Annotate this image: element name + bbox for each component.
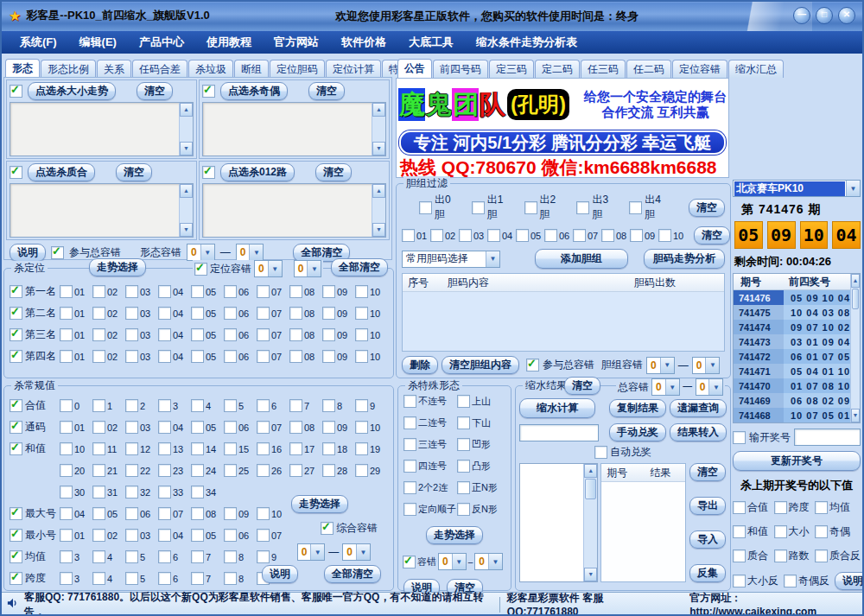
number-checkbox[interactable]	[224, 507, 237, 520]
number-checkbox[interactable]	[92, 486, 105, 499]
row-enable-checkbox[interactable]	[10, 421, 22, 434]
number-checkbox[interactable]	[125, 328, 138, 341]
number-checkbox[interactable]	[191, 572, 204, 585]
shape-tol-from-select[interactable]: 0▼	[187, 244, 215, 261]
side-button[interactable]: 导出	[689, 497, 726, 515]
number-checkbox[interactable]	[289, 464, 302, 477]
special-checkbox[interactable]	[457, 438, 470, 451]
history-row[interactable]: 741471 05 04 01 10	[734, 364, 850, 378]
shrink-calc-button[interactable]: 缩水计算	[519, 398, 595, 418]
number-checkbox[interactable]	[289, 442, 302, 455]
number-checkbox[interactable]	[191, 442, 204, 455]
menu-item[interactable]: 缩水条件走势分析表	[465, 35, 588, 50]
number-checkbox[interactable]	[191, 507, 204, 520]
dan-number-checkbox[interactable]	[630, 229, 643, 242]
number-checkbox[interactable]	[60, 572, 73, 585]
result-transfer-button[interactable]: 结果转入	[670, 423, 727, 441]
number-checkbox[interactable]	[158, 442, 171, 455]
pos-tol-to-select[interactable]: 0▼	[294, 260, 322, 277]
scroll-up-icon[interactable]: ▲	[851, 274, 860, 288]
combo-tol-checkbox[interactable]	[321, 522, 334, 535]
left-tab[interactable]: 关系	[97, 60, 131, 78]
number-checkbox[interactable]	[125, 529, 138, 542]
kill-option-checkbox[interactable]	[733, 549, 746, 562]
right-tab[interactable]: 缩水汇总	[728, 60, 784, 78]
row-enable-checkbox[interactable]	[10, 442, 22, 455]
number-checkbox[interactable]	[125, 350, 138, 363]
dan-number-checkbox[interactable]	[402, 229, 415, 242]
side-button[interactable]: 导入	[689, 530, 726, 549]
miss-query-button[interactable]: 遗漏查询	[670, 399, 727, 417]
number-checkbox[interactable]	[125, 399, 138, 412]
number-checkbox[interactable]	[60, 399, 73, 412]
clear-button[interactable]: 清空	[137, 82, 173, 100]
number-checkbox[interactable]	[289, 285, 302, 298]
dan-count-checkbox[interactable]	[472, 201, 485, 214]
number-checkbox[interactable]	[289, 350, 302, 363]
pos-tol-checkbox[interactable]	[194, 263, 207, 276]
number-checkbox[interactable]	[60, 442, 73, 455]
scroll-down-icon[interactable]: ▼	[372, 142, 385, 156]
dan-count-checkbox[interactable]	[524, 201, 537, 214]
history-row[interactable]: 741468 10 07 05 01	[734, 408, 850, 422]
special-checkbox[interactable]	[457, 395, 470, 408]
scroll-up-icon[interactable]: ▲	[372, 103, 385, 117]
explain-button[interactable]: 说明	[262, 565, 298, 583]
menu-item[interactable]: 使用教程	[195, 35, 263, 50]
number-checkbox[interactable]	[191, 399, 204, 412]
number-checkbox[interactable]	[322, 285, 335, 298]
special-checkbox[interactable]	[457, 460, 470, 473]
join-total-checkbox[interactable]	[526, 359, 539, 372]
number-checkbox[interactable]	[322, 350, 335, 363]
scroll-down-icon[interactable]: ▼	[584, 568, 597, 581]
number-checkbox[interactable]	[224, 307, 237, 320]
number-checkbox[interactable]	[191, 307, 204, 320]
left-tab[interactable]: 断组	[234, 60, 269, 78]
scrollbar[interactable]: ▲ ▼	[372, 184, 385, 237]
number-checkbox[interactable]	[257, 442, 270, 455]
add-dan-group-button[interactable]: 添加胆组	[535, 249, 628, 269]
menu-item[interactable]: 大底工具	[397, 35, 465, 50]
explain-button[interactable]: 说明	[10, 244, 46, 262]
right-tab[interactable]: 前四号码	[433, 60, 488, 78]
clear-button[interactable]: 清空	[315, 163, 352, 181]
dan-tol-from-select[interactable]: 0▼	[646, 357, 675, 374]
number-checkbox[interactable]	[158, 328, 171, 341]
number-checkbox[interactable]	[224, 421, 237, 434]
dan-number-checkbox[interactable]	[516, 229, 529, 242]
number-checkbox[interactable]	[191, 464, 204, 477]
number-checkbox[interactable]	[355, 328, 368, 341]
number-checkbox[interactable]	[355, 464, 368, 477]
history-row[interactable]: 741476 05 09 10 04	[734, 290, 850, 305]
number-checkbox[interactable]	[257, 328, 270, 341]
number-checkbox[interactable]	[92, 350, 105, 363]
number-checkbox[interactable]	[355, 421, 368, 434]
number-checkbox[interactable]	[92, 572, 105, 585]
number-checkbox[interactable]	[322, 464, 335, 477]
minimize-button[interactable]: —	[793, 7, 810, 24]
kill-option-checkbox[interactable]	[815, 525, 828, 538]
menu-item[interactable]: 系统(F)	[9, 35, 68, 50]
clear-button[interactable]: 清空	[689, 199, 725, 217]
scrollbar[interactable]: ▲ ▼	[179, 103, 193, 156]
combo-tol-to-select[interactable]: 0▼	[342, 543, 371, 561]
dan-number-checkbox[interactable]	[601, 229, 614, 242]
menu-item[interactable]: 编辑(E)	[68, 35, 128, 50]
special-checkbox[interactable]	[457, 481, 470, 494]
number-checkbox[interactable]	[224, 572, 237, 585]
pick-kill-button[interactable]: 点选杀012路	[220, 163, 295, 181]
kill-option-checkbox[interactable]	[733, 525, 746, 538]
number-checkbox[interactable]	[224, 350, 237, 363]
number-checkbox[interactable]	[322, 307, 335, 320]
shape-tol-to-select[interactable]: 0▼	[236, 244, 264, 261]
maximize-button[interactable]: □	[816, 7, 833, 24]
dan-trend-button[interactable]: 胆码走势分析	[644, 249, 725, 269]
dan-number-checkbox[interactable]	[487, 229, 500, 242]
special-tol-to-select[interactable]: 0▼	[474, 553, 503, 570]
special-checkbox[interactable]	[457, 416, 470, 429]
special-tol-checkbox[interactable]	[403, 556, 416, 568]
dan-count-checkbox[interactable]	[576, 201, 589, 214]
history-row[interactable]: 741469 06 08 02 09	[734, 393, 850, 408]
number-checkbox[interactable]	[257, 350, 270, 363]
left-tab[interactable]: 定位计算	[326, 60, 381, 78]
